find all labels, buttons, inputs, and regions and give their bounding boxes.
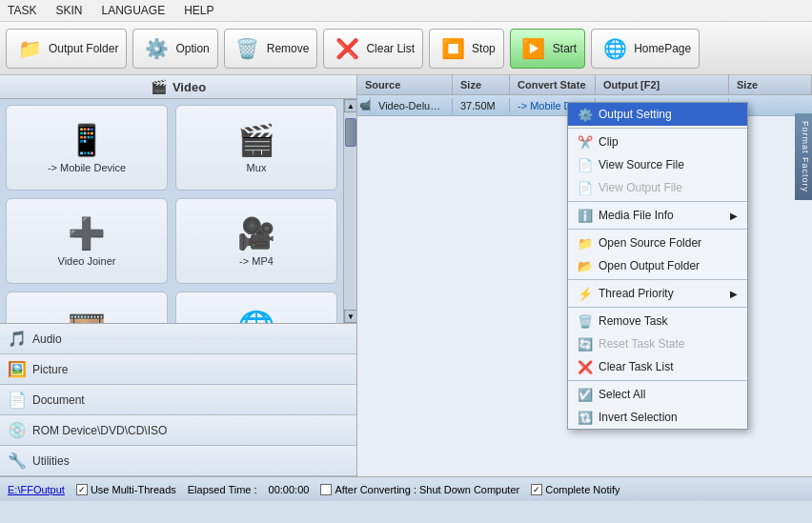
submenu-arrow: ▶ — [730, 211, 738, 221]
side-sections: 🎵Audio🖼️Picture📄Document💿ROM Device\DVD\… — [0, 323, 356, 476]
ctx-item-output-setting[interactable]: ⚙️ Output Setting — [568, 103, 747, 126]
ctx-item-view-source-file[interactable]: 📄 View Source File — [568, 153, 747, 176]
complete-notify-checkbox[interactable]: ✓ — [531, 484, 542, 495]
side-section-audio[interactable]: 🎵Audio — [0, 324, 356, 354]
clear-task-list-icon: ❌ — [578, 359, 593, 374]
toolbar: 📁 Output Folder ⚙️ Option 🗑️ Remove ❌ Cl… — [0, 22, 812, 75]
stop-label: Stop — [472, 42, 496, 55]
format-factory-label: Format Factory — [795, 113, 812, 200]
ctx-item-clear-task-list[interactable]: ❌ Clear Task List — [568, 355, 747, 378]
start-icon: ▶️ — [518, 33, 549, 64]
clear-list-button[interactable]: ❌ Clear List — [323, 29, 423, 69]
view-source-file-label: View Source File — [599, 158, 684, 171]
scroll-thumb[interactable] — [345, 118, 356, 147]
remove-label: Remove — [267, 42, 310, 55]
sep2 — [568, 201, 747, 202]
side-section-utilities[interactable]: 🔧Utilities — [0, 446, 356, 476]
media-file-info-label: Media File Info — [599, 209, 674, 222]
view-output-file-icon: 📄 — [578, 180, 593, 195]
use-multi-threads-checkbox[interactable]: ✓ — [76, 484, 88, 495]
statusbar: E:\FFOutput ✓ Use Multi-Threads Elapsed … — [0, 476, 812, 501]
elapsed-time-value: 00:00:00 — [269, 484, 310, 495]
context-menu: ⚙️ Output Setting ✂️ Clip 📄 View Source … — [567, 102, 748, 430]
stop-button[interactable]: ⏹️ Stop — [429, 29, 504, 69]
elapsed-time-label: Elapsed Time : — [188, 484, 257, 495]
output-folder-label: Output Folder — [49, 42, 118, 55]
invert-selection-label: Invert Selection — [599, 411, 678, 424]
after-converting-check[interactable]: After Converting : Shut Down Computer — [320, 484, 519, 495]
output-setting-icon: ⚙️ — [578, 107, 593, 122]
menubar: TASK SKIN LANGUAGE HELP — [0, 0, 812, 22]
after-converting-label: After Converting : Shut Down Computer — [335, 484, 519, 495]
menu-help[interactable]: HELP — [180, 2, 217, 19]
start-button[interactable]: ▶️ Start — [510, 29, 585, 69]
col-output-header: Output [F2] — [596, 75, 729, 94]
file-icon: 📹 — [357, 97, 371, 113]
option-button[interactable]: ⚙️ Option — [132, 29, 217, 69]
open-output-folder-icon: 📂 — [578, 258, 593, 273]
sep5 — [568, 307, 747, 308]
thread-priority-label: Thread Priority — [599, 287, 674, 300]
after-converting-checkbox[interactable] — [320, 484, 332, 495]
clip-icon: ✂️ — [578, 134, 593, 150]
sep3 — [568, 229, 747, 230]
right-panel-header: Source Size Convert State Output [F2] Si… — [357, 75, 812, 95]
thread-priority-icon: ⚡ — [578, 286, 593, 301]
side-section-rom-device-dvd-cd-iso[interactable]: 💿ROM Device\DVD\CD\ISO — [0, 415, 356, 446]
ctx-item-invert-selection[interactable]: 🔃 Invert Selection — [568, 406, 747, 429]
col-convert-header: Convert State — [510, 75, 596, 94]
ctx-item-remove-task[interactable]: 🗑️ Remove Task — [568, 310, 747, 332]
select-all-icon: ☑️ — [578, 387, 593, 402]
col-size-header: Size — [453, 75, 510, 94]
media-file-info-icon: ℹ️ — [578, 208, 593, 223]
left-panel-title: Video — [173, 80, 206, 94]
ctx-item-view-output-file: 📄 View Output File — [568, 176, 747, 199]
remove-icon: 🗑️ — [233, 33, 263, 64]
grid-item----mp4[interactable]: 🎥-> MP4 — [175, 198, 337, 284]
menu-task[interactable]: TASK — [4, 2, 40, 19]
select-all-label: Select All — [599, 388, 645, 401]
ctx-item-clip[interactable]: ✂️ Clip — [568, 131, 747, 153]
side-section-picture[interactable]: 🖼️Picture — [0, 354, 356, 385]
reset-task-state-icon: 🔄 — [578, 336, 593, 352]
menu-language[interactable]: LANGUAGE — [97, 2, 169, 19]
invert-selection-icon: 🔃 — [578, 410, 593, 425]
complete-notify-check[interactable]: ✓ Complete Notify — [531, 484, 619, 495]
scroll-up-button[interactable]: ▲ — [344, 99, 356, 112]
remove-button[interactable]: 🗑️ Remove — [224, 29, 318, 69]
grid-item-video-joiner[interactable]: ➕Video Joiner — [6, 198, 168, 284]
remove-task-icon: 🗑️ — [578, 313, 593, 329]
ctx-item-select-all[interactable]: ☑️ Select All — [568, 383, 747, 406]
scroll-down-button[interactable]: ▼ — [344, 310, 356, 323]
open-source-folder-label: Open Source Folder — [599, 236, 701, 250]
output-folder-button[interactable]: 📁 Output Folder — [6, 29, 127, 69]
start-label: Start — [553, 42, 577, 55]
side-section-document[interactable]: 📄Document — [0, 385, 356, 415]
grid-item-mux[interactable]: 🎬Mux — [175, 105, 337, 191]
homepage-button[interactable]: 🌐 HomePage — [591, 29, 700, 69]
col-size2-header: Size — [729, 75, 812, 94]
ctx-item-thread-priority[interactable]: ⚡ Thread Priority ▶ — [568, 282, 747, 305]
ctx-item-open-output-folder[interactable]: 📂 Open Output Folder — [568, 254, 747, 277]
menu-skin[interactable]: SKIN — [51, 2, 86, 19]
grid-item----mobile-device[interactable]: 📱-> Mobile Device — [6, 105, 168, 191]
option-label: Option — [175, 42, 209, 55]
clip-label: Clip — [599, 135, 619, 149]
ctx-item-open-source-folder[interactable]: 📁 Open Source Folder — [568, 231, 747, 254]
ctx-item-reset-task-state: 🔄 Reset Task State — [568, 332, 747, 355]
grid-item----mkv[interactable]: 🎞️-> MKV — [6, 292, 168, 323]
homepage-icon: 🌐 — [599, 33, 630, 64]
ctx-item-media-file-info[interactable]: ℹ️ Media File Info ▶ — [568, 204, 747, 227]
complete-notify-label: Complete Notify — [545, 484, 619, 495]
open-source-folder-icon: 📁 — [578, 235, 593, 251]
remove-task-label: Remove Task — [599, 314, 667, 328]
open-output-folder-label: Open Output Folder — [599, 259, 700, 272]
vertical-scrollbar[interactable]: ▲ ▼ — [343, 99, 356, 323]
left-panel: 🎬 Video 📱-> Mobile Device🎬Mux➕Video Join… — [0, 75, 357, 476]
stop-icon: ⏹️ — [437, 33, 468, 64]
homepage-label: HomePage — [634, 42, 691, 55]
use-multi-threads-check[interactable]: ✓ Use Multi-Threads — [76, 484, 176, 495]
file-size: 37.50M — [453, 98, 510, 113]
grid-item----webm[interactable]: 🌐-> WEBM — [175, 292, 337, 323]
sep4 — [568, 279, 747, 280]
